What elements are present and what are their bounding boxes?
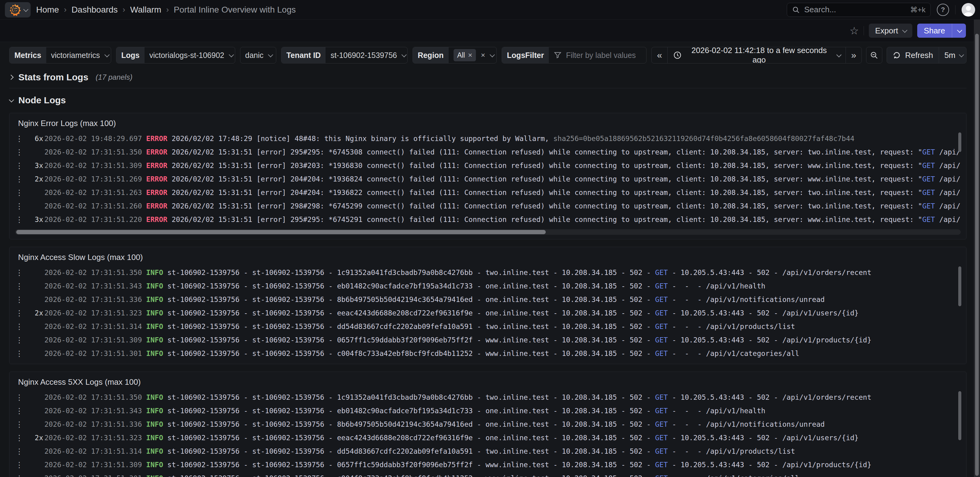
log-level: INFO	[146, 268, 163, 276]
row-menu-icon[interactable]: ⋮	[14, 474, 25, 477]
breadcrumb-separator: ›	[123, 5, 125, 14]
top-nav: Home › Dashboards › Wallarm › Portal Inl…	[0, 0, 980, 20]
row-menu-icon[interactable]: ⋮	[14, 349, 25, 358]
log-row: ⋮3x2026-02-02 17:31:51.220 ERROR 2026/02…	[14, 213, 962, 226]
chevron-down-icon	[9, 97, 14, 102]
share-dropdown-button[interactable]	[952, 24, 966, 38]
row-menu-icon[interactable]: ⋮	[14, 175, 25, 183]
row-menu-icon[interactable]: ⋮	[14, 461, 25, 469]
log-message-segment: - - - /api/v1/categories/all	[668, 474, 799, 477]
row-menu-icon[interactable]: ⋮	[14, 188, 25, 197]
log-timestamp: 2026-02-02 17:31:51.309	[45, 161, 142, 169]
chevron-down-icon	[229, 52, 234, 57]
time-shift-forward-button[interactable]: »	[846, 47, 861, 63]
variable-region-select[interactable]: All × ×	[449, 47, 497, 63]
time-shift-back-button[interactable]: «	[652, 47, 667, 63]
scrollbar-thumb[interactable]	[975, 34, 979, 476]
log-row: ⋮2x2026-02-02 17:31:51.269 ERROR 2026/02…	[14, 172, 962, 186]
row-menu-icon[interactable]: ⋮	[14, 434, 25, 442]
search-input[interactable]: Search... ⌘+k	[787, 3, 931, 17]
log-timestamp: 2026-02-02 17:31:51.343	[45, 407, 142, 415]
log-message-segment: - 10.205.5.43:443 - 502 - /api/v1/orders…	[668, 393, 872, 401]
row-menu-icon[interactable]: ⋮	[14, 202, 25, 211]
log-level: INFO	[146, 474, 163, 477]
log-line: 2026-02-02 17:31:51.314 INFO st-106902-1…	[45, 322, 795, 330]
section-stats-from-logs[interactable]: Stats from Logs (17 panels)	[9, 72, 967, 83]
log-message-segment: 2026/02/02 15:31:51 [error] 204#204: *19…	[172, 175, 922, 183]
log-row: ⋮2026-02-02 17:31:51.309 INFO st-106902-…	[14, 458, 962, 472]
row-menu-icon[interactable]: ⋮	[14, 322, 25, 331]
clock-icon	[673, 51, 682, 59]
page-scrollbar[interactable]	[974, 20, 980, 477]
log-timestamp: 2026-02-02 17:31:51.263	[45, 188, 142, 196]
row-menu-icon[interactable]: ⋮	[14, 447, 25, 456]
variable-metrics-select[interactable]: victoriametrics	[46, 47, 111, 63]
chip-remove-icon[interactable]: ×	[468, 51, 472, 59]
log-row: ⋮2026-02-02 17:31:51.336 INFO st-106902-…	[14, 293, 962, 306]
breadcrumb-home[interactable]: Home	[36, 5, 59, 15]
region-chip-all[interactable]: All ×	[453, 49, 476, 61]
share-button[interactable]: Share	[917, 24, 952, 38]
zoom-out-time-button[interactable]	[866, 47, 882, 64]
panel-title[interactable]: Nginx Access Slow Logs (max 100)	[14, 250, 962, 266]
log-line: 2026-02-02 17:31:51.301 INFO st-106902-1…	[45, 474, 799, 477]
help-icon[interactable]: ?	[937, 4, 949, 16]
breadcrumb-dashboards[interactable]: Dashboards	[72, 5, 118, 15]
row-menu-icon[interactable]: ⋮	[14, 336, 25, 345]
logsfilter-input[interactable]: Filter by label values	[549, 47, 646, 63]
time-range-label: 2026-02-02 11:42:18 to a few seconds ago	[686, 47, 832, 64]
grafana-logo-button[interactable]	[5, 2, 30, 18]
row-menu-icon[interactable]: ⋮	[14, 393, 25, 402]
refresh-button[interactable]: Refresh	[887, 47, 939, 63]
refresh-interval-select[interactable]: 5m	[939, 47, 967, 63]
variable-logs-label: Logs	[116, 47, 145, 63]
panel-vertical-scrollbar[interactable]	[958, 132, 961, 152]
scrollbar-thumb[interactable]	[16, 230, 546, 234]
variable-logsfilter-label: LogsFilter	[502, 47, 549, 63]
log-message-segment: st-106902-1539756 - st-106902-1539756 - …	[167, 268, 655, 276]
variable-logs-select[interactable]: victorialogs-st-106902	[145, 47, 235, 63]
clear-selection-icon[interactable]: ×	[481, 51, 485, 59]
log-message-segment: /api/	[935, 215, 960, 223]
log-message-segment: sha256=0be05a18869562b521632119260d74f0b…	[554, 135, 854, 142]
log-level: ERROR	[146, 175, 167, 183]
log-level: ERROR	[146, 148, 167, 156]
row-menu-icon[interactable]: ⋮	[14, 268, 25, 277]
row-menu-icon[interactable]: ⋮	[14, 420, 25, 429]
time-range-group: « 2026-02-02 11:42:18 to a few seconds a…	[651, 47, 862, 64]
row-menu-icon[interactable]: ⋮	[14, 148, 25, 156]
log-timestamp: 2026-02-02 17:31:51.343	[45, 282, 142, 290]
log-level: INFO	[146, 420, 163, 428]
time-range-picker[interactable]: 2026-02-02 11:42:18 to a few seconds ago	[667, 47, 846, 63]
log-rows: ⋮2026-02-02 17:31:51.350 INFO st-106902-…	[14, 266, 962, 360]
chevron-down-icon	[268, 52, 273, 57]
star-favorite-icon[interactable]: ☆	[850, 26, 859, 36]
log-method-token: GET	[655, 322, 668, 330]
export-button[interactable]: Export	[869, 24, 912, 38]
panel-title[interactable]: Nginx Error Logs (max 100)	[14, 116, 962, 132]
log-level: ERROR	[146, 161, 167, 169]
row-menu-icon[interactable]: ⋮	[14, 134, 25, 143]
log-level: INFO	[146, 349, 163, 357]
logo-chevron-down-icon	[23, 7, 29, 12]
log-message-segment: - - - /api/v1/health	[668, 282, 766, 290]
panel-horizontal-scrollbar[interactable]	[15, 229, 961, 235]
log-row: ⋮2026-02-02 17:31:51.350 ERROR 2026/02/0…	[14, 145, 962, 159]
log-method-token: GET	[655, 461, 668, 469]
row-menu-icon[interactable]: ⋮	[14, 282, 25, 290]
row-menu-icon[interactable]: ⋮	[14, 161, 25, 170]
log-level: INFO	[146, 282, 163, 290]
row-menu-icon[interactable]: ⋮	[14, 295, 25, 304]
panel-title[interactable]: Nginx Access 5XX Logs (max 100)	[14, 375, 962, 391]
panel-vertical-scrollbar[interactable]	[958, 266, 961, 306]
panel-vertical-scrollbar[interactable]	[958, 391, 961, 440]
log-message-segment: st-106902-1539756 - st-106902-1539756 - …	[167, 282, 655, 290]
variable-node-select[interactable]: danic	[240, 47, 277, 63]
variable-tenant-select[interactable]: st-106902-1539756	[326, 47, 407, 63]
row-menu-icon[interactable]: ⋮	[14, 407, 25, 415]
user-avatar[interactable]	[962, 3, 975, 16]
breadcrumb-wallarm[interactable]: Wallarm	[130, 5, 161, 15]
section-node-logs[interactable]: Node Logs	[9, 95, 967, 105]
row-menu-icon[interactable]: ⋮	[14, 215, 25, 224]
row-menu-icon[interactable]: ⋮	[14, 309, 25, 317]
